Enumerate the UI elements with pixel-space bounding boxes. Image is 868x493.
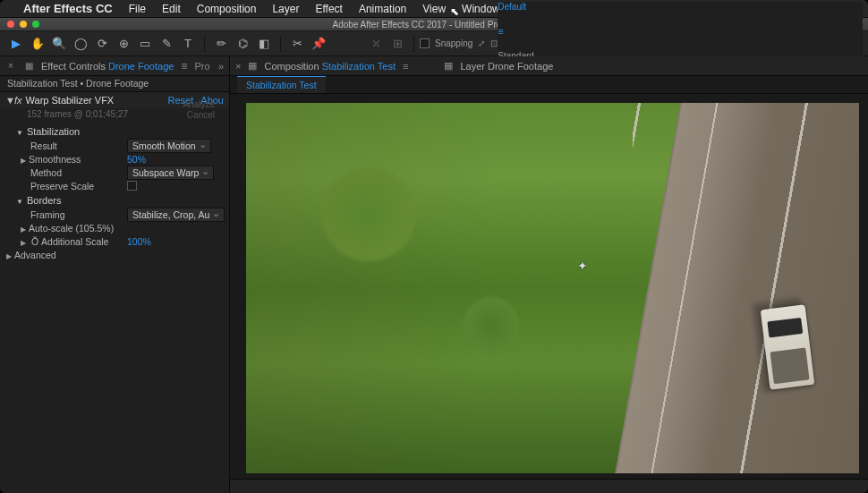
panel-close-icon[interactable]: × <box>5 61 16 71</box>
menu-animation[interactable]: Animation <box>359 3 406 15</box>
group-advanced[interactable]: Advanced <box>16 250 226 260</box>
group-stabilization[interactable]: Stabilization <box>4 123 226 139</box>
effect-controls-panel: × ▦ Effect Controls Drone Footage ≡ Pro … <box>0 56 230 493</box>
eraser-tool-icon[interactable]: ◧ <box>256 36 272 52</box>
puppet-tool-icon[interactable]: 📌 <box>311 36 327 52</box>
prop-addscale-value[interactable]: 100% <box>127 236 151 247</box>
type-tool-icon[interactable]: T <box>180 36 196 52</box>
menu-view[interactable]: View <box>422 3 446 15</box>
comp-tab-name[interactable]: Stabilization Test <box>322 61 396 72</box>
grid-icon[interactable]: ⊞ <box>389 36 405 52</box>
composition-panel: × ▦ Composition Stabilization Test ≡ ▦ L… <box>230 56 868 493</box>
breadcrumb: Stabilization Test • Drone Footage <box>0 76 229 92</box>
rect-tool-icon[interactable]: ▭ <box>137 36 153 52</box>
prop-method-dropdown[interactable]: Subspace Warp <box>127 166 214 180</box>
prop-smoothness-value[interactable]: 50% <box>127 154 146 165</box>
prop-result-label: Result <box>30 140 127 151</box>
composition-viewer[interactable]: ✦ <box>230 94 868 479</box>
clone-tool-icon[interactable]: ⌬ <box>234 36 251 52</box>
prop-framing-dropdown[interactable]: Stabilize, Crop, Au <box>127 208 225 222</box>
hand-tool-icon[interactable]: ✋ <box>30 36 46 52</box>
panel-menu-icon[interactable]: ▦ <box>23 61 34 71</box>
snap-opt2-icon[interactable]: ⊡ <box>490 38 498 48</box>
prop-addscale-label[interactable]: ŎAdditional Scale <box>30 236 127 247</box>
group-borders[interactable]: Borders <box>4 192 226 208</box>
comp-tab-options-icon[interactable]: ≡ <box>403 61 408 72</box>
panel-tab-prefix: Effect Controls <box>41 61 108 72</box>
prop-smoothness-label[interactable]: Smoothness <box>30 154 127 165</box>
panel-overflow-icon[interactable]: » <box>218 61 224 72</box>
prop-preserve-label: Preserve Scale <box>30 181 127 191</box>
analyze-button[interactable]: Analyze <box>183 99 215 109</box>
panel-tab-other[interactable]: Pro <box>194 61 209 72</box>
menu-file[interactable]: File <box>129 3 146 15</box>
panel-options-icon[interactable]: ≡ <box>181 60 187 72</box>
layer-tab-label[interactable]: Layer Drone Footage <box>460 61 553 72</box>
comp-close-icon[interactable]: × <box>235 61 241 72</box>
vehicle-graphic <box>761 304 815 389</box>
anchor-tool-icon[interactable]: ⊕ <box>115 36 132 52</box>
prop-result-dropdown[interactable]: Smooth Motion <box>127 139 211 153</box>
zoom-tool-icon[interactable]: 🔍 <box>51 36 67 52</box>
comp-menu-icon[interactable]: ▦ <box>248 60 257 72</box>
axis-icon[interactable]: ⤫ <box>368 36 384 52</box>
menu-edit[interactable]: Edit <box>162 3 181 15</box>
workspace-default[interactable]: Default <box>498 2 850 12</box>
roto-tool-icon[interactable]: ✂ <box>289 36 305 52</box>
brush-tool-icon[interactable]: ✏ <box>213 36 229 52</box>
comp-subtab[interactable]: Stabilization Test <box>237 76 326 93</box>
tools-toolbar: ▶ ✋ 🔍 ◯ ⟳ ⊕ ▭ ✎ T ✏ ⌬ ◧ ✂ 📌 ⤫ ⊞ Snapping… <box>0 31 868 56</box>
comp-tab-prefix: Composition <box>264 61 321 72</box>
menu-window[interactable]: Window <box>462 3 500 15</box>
menu-layer[interactable]: Layer <box>272 3 299 15</box>
pen-tool-icon[interactable]: ✎ <box>158 36 174 52</box>
menu-effect[interactable]: Effect <box>315 3 342 15</box>
orbit-tool-icon[interactable]: ◯ <box>72 36 89 52</box>
snapping-label: Snapping <box>435 38 472 48</box>
prop-framing-label: Framing <box>30 209 127 220</box>
prop-autoscale-label[interactable]: Auto-scale (105.5%) <box>30 223 127 234</box>
menu-composition[interactable]: Composition <box>197 3 257 15</box>
prop-preserve-checkbox[interactable] <box>127 181 137 191</box>
snap-opt-icon[interactable]: ⤢ <box>478 38 485 48</box>
rotate-tool-icon[interactable]: ⟳ <box>94 36 110 52</box>
app-name[interactable]: After Effects CC <box>23 2 113 15</box>
panel-tab-layer[interactable]: Drone Footage <box>108 61 174 72</box>
selection-tool-icon[interactable]: ▶ <box>8 36 24 52</box>
anchor-crosshair-icon: ✦ <box>577 259 588 273</box>
cancel-button[interactable]: Cancel <box>187 110 215 120</box>
layer-tab-icon[interactable]: ▦ <box>444 60 453 72</box>
preview-canvas: ✦ <box>246 103 859 473</box>
snapping-checkbox[interactable] <box>420 38 430 48</box>
viewer-footer <box>230 479 868 493</box>
prop-method-label: Method <box>30 167 127 178</box>
